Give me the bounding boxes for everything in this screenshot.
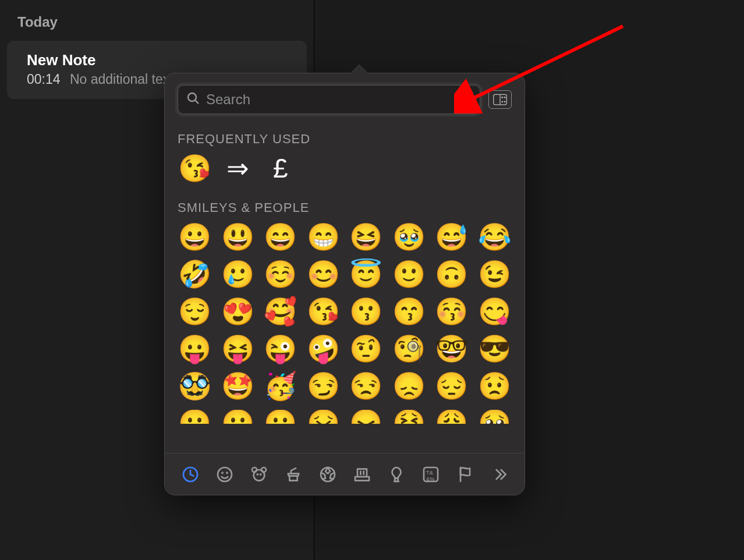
emoji-smiley-30[interactable]: 🤓: [434, 335, 469, 362]
emoji-frequent-0[interactable]: 😘: [178, 155, 212, 182]
svg-point-16: [260, 474, 261, 474]
svg-point-7: [504, 101, 506, 102]
svg-text:T&: T&: [426, 470, 434, 476]
emoji-smiley-14[interactable]: 🙃: [434, 261, 469, 288]
svg-point-13: [252, 467, 257, 472]
emoji-smiley-42[interactable]: ☹️: [263, 410, 298, 424]
emoji-smiley-23[interactable]: 😋: [477, 298, 512, 325]
category-objects[interactable]: [384, 462, 409, 487]
emoji-smiley-9[interactable]: 🥲: [221, 261, 256, 288]
emoji-smiley-13[interactable]: 🙂: [392, 261, 427, 288]
note-preview: No additional text: [70, 72, 173, 87]
emoji-smiley-10[interactable]: ☺️: [263, 261, 298, 288]
group-label-frequent: FREQUENTLY USED: [178, 132, 512, 147]
emoji-smiley-44[interactable]: 😖: [349, 410, 384, 424]
emoji-smiley-4[interactable]: 😆: [349, 224, 384, 250]
note-time: 00:14: [27, 72, 61, 87]
emoji-smiley-3[interactable]: 😁: [306, 224, 341, 250]
svg-text:&%: &%: [426, 476, 435, 481]
svg-rect-19: [355, 477, 369, 481]
emoji-scroll-area[interactable]: FREQUENTLY USED 😘⇒£ SMILEYS & PEOPLE 😀😃😄…: [165, 114, 525, 453]
emoji-smiley-20[interactable]: 😗: [349, 298, 384, 325]
category-smileys[interactable]: [212, 462, 238, 487]
svg-point-15: [257, 474, 257, 474]
emoji-smiley-11[interactable]: 😊: [306, 261, 341, 288]
emoji-smiley-12[interactable]: 😇: [349, 261, 384, 288]
emoji-search-input[interactable]: [206, 91, 472, 108]
emoji-smiley-43[interactable]: 😣: [306, 410, 341, 424]
expand-character-viewer-button[interactable]: [488, 90, 512, 109]
emoji-smiley-41[interactable]: 🙁: [221, 410, 256, 424]
svg-point-4: [501, 97, 503, 98]
category-flags[interactable]: [452, 462, 478, 487]
emoji-smiley-15[interactable]: 😉: [477, 261, 512, 288]
emoji-smiley-1[interactable]: 😃: [221, 224, 256, 250]
svg-point-9: [218, 467, 232, 481]
emoji-smiley-26[interactable]: 😜: [263, 335, 298, 362]
emoji-frequent-2[interactable]: £: [263, 155, 298, 182]
emoji-frequent-1[interactable]: ⇒: [221, 155, 256, 182]
emoji-smiley-21[interactable]: 😙: [392, 298, 427, 325]
emoji-smiley-17[interactable]: 😍: [221, 298, 256, 325]
emoji-smiley-45[interactable]: 😫: [392, 410, 427, 424]
svg-point-6: [501, 101, 503, 102]
svg-point-10: [222, 472, 222, 473]
note-title: New Note: [27, 51, 287, 69]
section-header-today: Today: [0, 6, 314, 41]
emoji-picker: FREQUENTLY USED 😘⇒£ SMILEYS & PEOPLE 😀😃😄…: [164, 73, 525, 495]
emoji-smiley-33[interactable]: 🤩: [221, 373, 256, 399]
svg-point-11: [226, 472, 227, 473]
emoji-smiley-8[interactable]: 🤣: [178, 261, 212, 288]
svg-line-1: [196, 101, 199, 104]
category-symbols[interactable]: T&&%: [418, 462, 444, 487]
emoji-smiley-34[interactable]: 🥳: [263, 373, 298, 399]
emoji-smiley-38[interactable]: 😔: [434, 373, 469, 399]
svg-point-5: [504, 97, 506, 98]
emoji-smiley-19[interactable]: 😘: [306, 298, 341, 325]
emoji-smiley-16[interactable]: 😌: [178, 298, 212, 325]
search-icon: [186, 91, 200, 108]
emoji-smiley-24[interactable]: 😛: [178, 335, 212, 362]
emoji-smiley-32[interactable]: 🥸: [178, 373, 212, 399]
emoji-smiley-2[interactable]: 😄: [263, 224, 298, 250]
emoji-smiley-25[interactable]: 😝: [221, 335, 256, 362]
emoji-smiley-18[interactable]: 🥰: [263, 298, 298, 325]
emoji-smiley-31[interactable]: 😎: [477, 335, 512, 362]
category-food[interactable]: [281, 462, 306, 487]
emoji-smiley-39[interactable]: 😟: [477, 373, 512, 399]
emoji-smiley-28[interactable]: 🤨: [349, 335, 384, 362]
emoji-search-field[interactable]: [178, 85, 480, 114]
emoji-smiley-35[interactable]: 😏: [306, 373, 341, 399]
category-activity[interactable]: [315, 462, 341, 487]
category-more[interactable]: [487, 462, 512, 487]
emoji-smiley-29[interactable]: 🧐: [392, 335, 427, 362]
emoji-smiley-27[interactable]: 🤪: [306, 335, 341, 362]
emoji-smiley-47[interactable]: 🥺: [477, 410, 512, 424]
svg-point-14: [261, 467, 266, 472]
emoji-smiley-36[interactable]: 😒: [349, 373, 384, 399]
svg-rect-18: [357, 469, 367, 476]
category-animals[interactable]: [246, 462, 272, 487]
category-travel[interactable]: [349, 462, 375, 487]
svg-point-0: [188, 93, 196, 101]
emoji-smiley-40[interactable]: 😕: [178, 410, 212, 424]
emoji-smiley-5[interactable]: 🥹: [392, 224, 427, 250]
category-recent[interactable]: [178, 462, 203, 487]
group-label-smileys: SMILEYS & PEOPLE: [178, 200, 512, 215]
emoji-smiley-46[interactable]: 😩: [434, 410, 469, 424]
emoji-smiley-0[interactable]: 😀: [178, 224, 212, 250]
emoji-smiley-22[interactable]: 😚: [434, 298, 469, 325]
emoji-smiley-7[interactable]: 😂: [477, 224, 512, 250]
emoji-smiley-6[interactable]: 😅: [434, 224, 469, 250]
emoji-category-bar: T&&%: [165, 453, 525, 495]
emoji-smiley-37[interactable]: 😞: [392, 373, 427, 399]
